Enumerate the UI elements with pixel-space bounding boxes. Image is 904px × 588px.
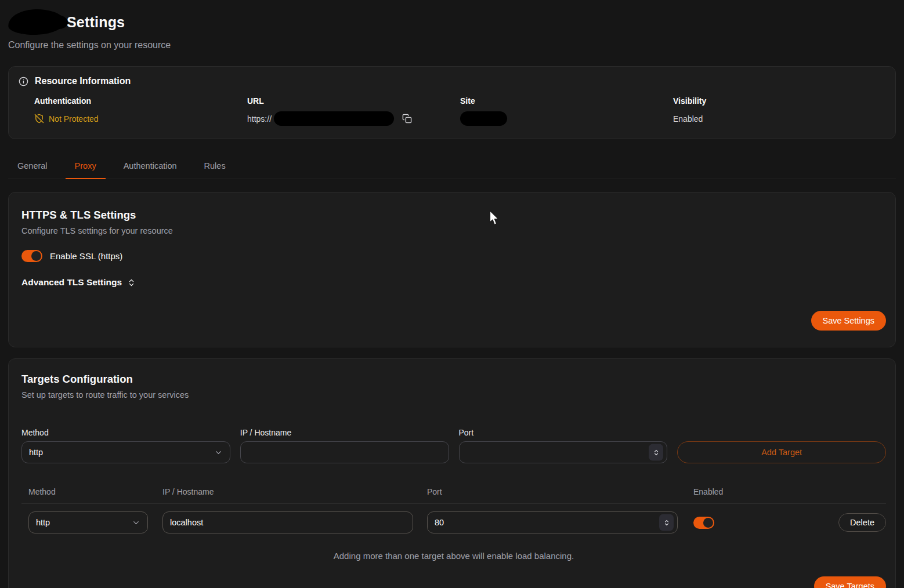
- url-label: URL: [247, 96, 460, 106]
- enable-ssl-toggle[interactable]: [21, 250, 42, 262]
- ip-field-label: IP / Hostname: [240, 428, 449, 437]
- col-header-method: Method: [21, 487, 162, 503]
- tab-rules[interactable]: Rules: [195, 155, 235, 179]
- auth-info: Authentication Not Protected: [34, 96, 247, 126]
- number-stepper[interactable]: [649, 444, 663, 461]
- settings-page: Settings Configure the settings on your …: [0, 0, 904, 588]
- col-header-enabled: Enabled: [693, 487, 836, 503]
- load-balancing-note: Adding more than one target above will e…: [21, 551, 886, 561]
- site-label: Site: [460, 96, 673, 106]
- target-row: http: [21, 504, 886, 533]
- chevrons-up-down-icon: [127, 278, 136, 287]
- targets-card-subtitle: Set up targets to route traffic to your …: [21, 390, 886, 400]
- copy-icon: [402, 114, 412, 124]
- tab-authentication[interactable]: Authentication: [114, 155, 186, 179]
- https-tls-settings-card: HTTPS & TLS Settings Configure TLS setti…: [8, 192, 896, 347]
- add-target-form: Method http IP / Hostname Port: [21, 428, 886, 463]
- row-enabled-toggle[interactable]: [693, 517, 714, 529]
- page-subtitle: Configure the settings on your resource: [8, 40, 896, 50]
- row-ip-input[interactable]: [162, 511, 413, 533]
- port-field-label: Port: [459, 428, 668, 437]
- advanced-tls-label: Advanced TLS Settings: [21, 277, 122, 288]
- url-info: URL https://: [247, 96, 460, 126]
- toggle-knob: [31, 251, 41, 261]
- col-header-ip: IP / Hostname: [162, 487, 427, 503]
- advanced-tls-settings-toggle[interactable]: Advanced TLS Settings: [21, 277, 136, 288]
- tls-card-subtitle: Configure TLS settings for your resource: [21, 226, 886, 235]
- auth-value: Not Protected: [49, 114, 99, 124]
- page-header: Settings Configure the settings on your …: [8, 8, 896, 50]
- enable-ssl-label: Enable SSL (https): [50, 251, 122, 261]
- visibility-value: Enabled: [673, 114, 703, 124]
- method-select-value: http: [29, 448, 43, 457]
- site-info: Site: [460, 96, 673, 126]
- settings-tabs: General Proxy Authentication Rules: [8, 155, 896, 179]
- targets-table: Method IP / Hostname Port Enabled http: [21, 487, 886, 533]
- resource-info-title: Resource Information: [35, 76, 131, 86]
- visibility-label: Visibility: [673, 96, 886, 106]
- targets-configuration-card: Targets Configuration Set up targets to …: [8, 358, 896, 588]
- chevron-down-icon: [214, 448, 223, 457]
- col-header-actions: [836, 492, 886, 499]
- targets-card-title: Targets Configuration: [21, 373, 886, 386]
- url-prefix: https://: [247, 114, 272, 124]
- port-input[interactable]: [467, 442, 660, 463]
- add-target-button[interactable]: Add Target: [677, 441, 886, 463]
- targets-table-header: Method IP / Hostname Port Enabled: [21, 487, 886, 504]
- copy-url-button[interactable]: [402, 114, 412, 124]
- tab-proxy[interactable]: Proxy: [66, 155, 106, 179]
- chevron-down-icon: [132, 518, 140, 527]
- info-icon: [19, 77, 28, 86]
- auth-label: Authentication: [34, 96, 247, 106]
- method-field-label: Method: [21, 428, 230, 437]
- redacted-site: [460, 111, 507, 126]
- shield-off-icon: [34, 114, 44, 124]
- delete-target-button[interactable]: Delete: [838, 513, 886, 532]
- page-title: Settings: [67, 14, 125, 31]
- redacted-url: [274, 111, 394, 126]
- resource-information-card: Resource Information Authentication Not …: [8, 66, 896, 139]
- number-stepper[interactable]: [659, 514, 674, 531]
- row-port-input[interactable]: [435, 512, 670, 533]
- col-header-port: Port: [427, 487, 693, 503]
- redacted-resource-name: [8, 8, 65, 36]
- resource-info-grid: Authentication Not Protected URL https: [34, 96, 886, 126]
- ip-hostname-input[interactable]: [240, 441, 449, 463]
- save-settings-button[interactable]: Save Settings: [811, 311, 886, 331]
- tab-general[interactable]: General: [8, 155, 57, 179]
- visibility-info: Visibility Enabled: [673, 96, 886, 126]
- save-targets-button[interactable]: Save Targets: [814, 576, 886, 588]
- row-method-select[interactable]: http: [28, 511, 148, 533]
- method-select[interactable]: http: [21, 441, 230, 463]
- row-method-value: http: [36, 518, 50, 527]
- toggle-knob: [703, 518, 713, 528]
- tls-card-title: HTTPS & TLS Settings: [21, 209, 886, 222]
